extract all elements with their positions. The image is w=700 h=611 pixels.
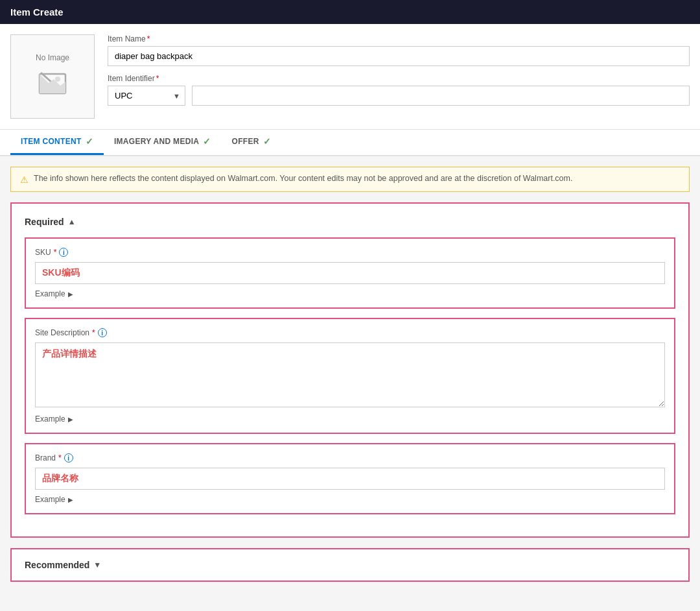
identifier-type-wrapper: UPC GTIN EAN ISBN ▼	[108, 86, 185, 106]
sku-example-arrow-icon: ▶	[68, 291, 73, 298]
warning-icon: ⚠	[20, 174, 29, 185]
no-image-label: No Image	[36, 53, 69, 62]
sku-example[interactable]: Example ▶	[35, 289, 665, 298]
tab-offer-check: ✓	[263, 136, 271, 147]
sku-input[interactable]	[35, 262, 665, 284]
site-description-field-card: Site Description * i 产品详情描述 Example ▶	[25, 318, 675, 434]
site-description-info-icon[interactable]: i	[98, 328, 107, 337]
recommended-section-title: Recommended ▼	[25, 560, 675, 570]
sku-label: SKU * i	[35, 248, 665, 257]
sort-arrow-icon: ▲	[68, 217, 76, 226]
brand-label: Brand * i	[35, 453, 665, 462]
item-name-label: Item Name*	[108, 34, 690, 43]
tab-item-content-label: ITEM CONTENT	[21, 137, 82, 146]
header-form: Item Name* Item Identifier* UPC GTIN EAN…	[108, 34, 690, 106]
site-description-textarea[interactable]: 产品详情描述	[35, 342, 665, 407]
item-name-input[interactable]	[108, 46, 690, 66]
warning-message: The info shown here reflects the content…	[34, 174, 572, 183]
recommended-down-arrow-icon: ▼	[93, 560, 101, 569]
tab-offer[interactable]: OFFER ✓	[222, 130, 281, 155]
sku-info-icon[interactable]: i	[59, 248, 68, 257]
tab-imagery-check: ✓	[203, 136, 211, 147]
brand-example-arrow-icon: ▶	[68, 496, 73, 503]
brand-info-icon[interactable]: i	[64, 453, 73, 462]
item-name-group: Item Name*	[108, 34, 690, 66]
tab-imagery-media[interactable]: IMAGERY AND MEDIA ✓	[104, 130, 222, 155]
site-description-example[interactable]: Example ▶	[35, 414, 665, 424]
brand-example[interactable]: Example ▶	[35, 495, 665, 504]
identifier-value-input[interactable]	[192, 86, 690, 106]
item-identifier-group: Item Identifier* UPC GTIN EAN ISBN ▼	[108, 74, 690, 106]
item-identifier-label: Item Identifier*	[108, 74, 690, 83]
brand-field-card: Brand * i Example ▶	[25, 443, 675, 514]
image-placeholder[interactable]: No Image	[10, 34, 95, 119]
identifier-type-select[interactable]: UPC GTIN EAN ISBN	[108, 86, 185, 106]
content-area: Required ▲ SKU * i Example ▶ Site Descri…	[0, 202, 700, 592]
warning-banner: ⚠ The info shown here reflects the conte…	[10, 167, 690, 192]
svg-point-1	[55, 77, 60, 82]
tab-imagery-label: IMAGERY AND MEDIA	[114, 137, 199, 146]
identifier-row: UPC GTIN EAN ISBN ▼	[108, 86, 690, 106]
site-description-example-arrow-icon: ▶	[68, 416, 73, 423]
tab-offer-label: OFFER	[232, 137, 259, 146]
no-image-icon	[37, 67, 68, 101]
tab-item-content-check: ✓	[86, 136, 93, 147]
recommended-section: Recommended ▼	[10, 548, 690, 582]
required-section-title: Required ▲	[25, 217, 675, 227]
page-header: Item Create	[0, 0, 700, 24]
tabs-bar: ITEM CONTENT ✓ IMAGERY AND MEDIA ✓ OFFER…	[0, 130, 700, 156]
brand-input[interactable]	[35, 468, 665, 490]
page-title: Item Create	[10, 6, 64, 18]
required-section: Required ▲ SKU * i Example ▶ Site Descri…	[10, 202, 690, 538]
top-section: No Image Item Name* Item Identifier*	[0, 24, 700, 130]
sku-field-card: SKU * i Example ▶	[25, 237, 675, 309]
tab-item-content[interactable]: ITEM CONTENT ✓	[10, 130, 104, 155]
site-description-label: Site Description * i	[35, 328, 665, 337]
